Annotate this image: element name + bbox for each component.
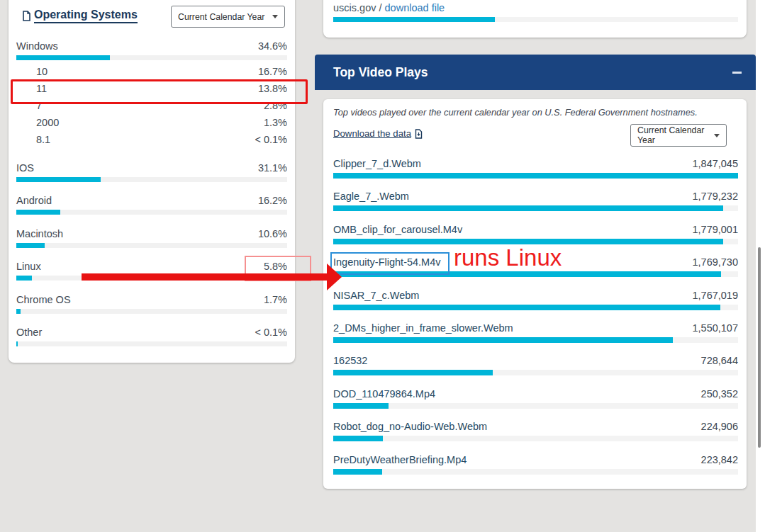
os-value: 1.7% — [264, 293, 287, 306]
video-label: 2_DMs_higher_in_frame_slower.Webm — [333, 322, 513, 334]
os-value: < 0.1% — [255, 326, 287, 339]
os-label: IOS — [16, 162, 34, 174]
os-label: 2000 — [16, 116, 59, 129]
os-row: Other< 0.1% — [16, 326, 287, 346]
download-row-bar — [333, 17, 738, 22]
os-bar — [16, 309, 287, 314]
video-label: Robot_dog_no-Audio-Web.Webm — [333, 420, 487, 433]
annotation-box-ingenuity-label — [330, 252, 449, 275]
video-label: DOD_110479864.Mp4 — [333, 387, 435, 400]
download-row-host: uscis.gov / — [333, 2, 385, 13]
video-value: 1,847,045 — [692, 157, 738, 170]
video-row: OMB_clip_for_carousel.M4v1,779,001 — [333, 223, 738, 244]
video-value: 224,906 — [701, 420, 738, 433]
os-label: Android — [16, 194, 52, 207]
scrollbar-thumb[interactable] — [758, 247, 761, 448]
video-label: Eagle_7_.Webm — [333, 190, 409, 203]
os-bar — [16, 177, 287, 182]
top-video-plays-panel: Top videos played over the current calen… — [323, 99, 747, 489]
video-value: 1,550,107 — [692, 322, 738, 334]
os-value: 1.3% — [264, 116, 287, 129]
os-label: Macintosh — [16, 227, 63, 240]
video-value: 250,352 — [701, 387, 738, 400]
os-row: Android16.2% — [16, 194, 287, 215]
download-row: uscis.gov / download file — [333, 1, 738, 14]
os-value: 16.2% — [258, 194, 287, 207]
video-bar — [333, 337, 738, 343]
os-label: 10 — [16, 65, 48, 78]
annotation-arrow-head-icon — [327, 264, 342, 290]
video-label: OMB_clip_for_carousel.M4v — [333, 223, 462, 236]
video-label: 162532 — [333, 354, 367, 367]
os-value: 34.6% — [258, 40, 287, 52]
video-row: Eagle_7_.Webm1,779,232 — [333, 190, 738, 211]
video-value: 728,644 — [701, 354, 738, 367]
os-row: 1016.7% — [16, 65, 287, 78]
video-row: 162532728,644 — [333, 354, 738, 375]
video-row: Robot_dog_no-Audio-Web.Webm224,906 — [333, 420, 738, 441]
os-row: Windows34.6% — [16, 40, 287, 60]
collapse-minus-icon[interactable] — [732, 72, 742, 74]
os-label: Other — [16, 326, 42, 339]
video-value: 1,779,001 — [692, 223, 738, 236]
os-value: 10.6% — [258, 227, 287, 240]
top-video-plays-title: Top Video Plays — [333, 65, 428, 80]
annotation-runs-linux-text: runs Linux — [454, 244, 562, 271]
os-label: Chrome OS — [16, 293, 71, 306]
top-downloads-panel: uscis.gov / download file — [323, 0, 747, 38]
os-row: 8.1< 0.1% — [16, 133, 287, 146]
os-value: 16.7% — [258, 65, 287, 78]
video-value: 1,779,232 — [692, 190, 738, 203]
video-bar — [333, 205, 738, 211]
top-video-plays-header: Top Video Plays — [315, 55, 756, 90]
os-label: 8.1 — [16, 133, 50, 146]
video-value: 1,767,019 — [692, 289, 738, 302]
video-row: 2_DMs_higher_in_frame_slower.Webm1,550,1… — [333, 322, 738, 343]
page-background: Operating Systems Current Calendar Year … — [0, 0, 756, 532]
os-row: Chrome OS1.7% — [16, 293, 287, 314]
os-row: Macintosh10.6% — [16, 227, 287, 248]
os-label: Linux — [16, 260, 41, 273]
video-row: PreDutyWeatherBriefing.Mp4223,842 — [333, 453, 738, 475]
os-row: 20001.3% — [16, 116, 287, 129]
video-list: Clipper_7_d.Webm1,847,045Eagle_7_.Webm1,… — [323, 99, 747, 489]
video-value: 223,842 — [701, 453, 738, 466]
video-value: 1,769,730 — [692, 256, 738, 268]
video-label: NISAR_7_c.Webm — [333, 289, 419, 302]
video-label: PreDutyWeatherBriefing.Mp4 — [333, 453, 467, 466]
video-row: DOD_110479864.Mp4250,352 — [333, 387, 738, 409]
os-bar — [16, 341, 287, 346]
os-bar — [16, 210, 287, 215]
os-value: 31.1% — [258, 162, 287, 174]
video-bar — [333, 305, 738, 310]
annotation-arrow-shaft — [82, 273, 327, 281]
download-file-link[interactable]: download file — [385, 2, 445, 13]
os-row: IOS31.1% — [16, 162, 287, 182]
video-bar — [333, 173, 738, 179]
os-label: Windows — [16, 40, 58, 52]
video-bar — [333, 403, 738, 409]
video-label: Clipper_7_d.Webm — [333, 157, 421, 170]
os-bar — [16, 55, 287, 60]
annotation-red-box-windows-11 — [11, 79, 308, 104]
video-row: Clipper_7_d.Webm1,847,045 — [333, 157, 738, 179]
video-bar — [333, 469, 738, 475]
operating-systems-panel: Operating Systems Current Calendar Year … — [9, 0, 295, 363]
video-bar — [333, 239, 738, 244]
os-value: < 0.1% — [255, 133, 287, 146]
video-row: NISAR_7_c.Webm1,767,019 — [333, 289, 738, 310]
video-bar — [333, 436, 738, 441]
os-bar — [16, 243, 287, 248]
os-list: Windows34.6%1016.7%1113.8%72.8%20001.3%8… — [9, 0, 295, 363]
video-bar — [333, 370, 738, 375]
